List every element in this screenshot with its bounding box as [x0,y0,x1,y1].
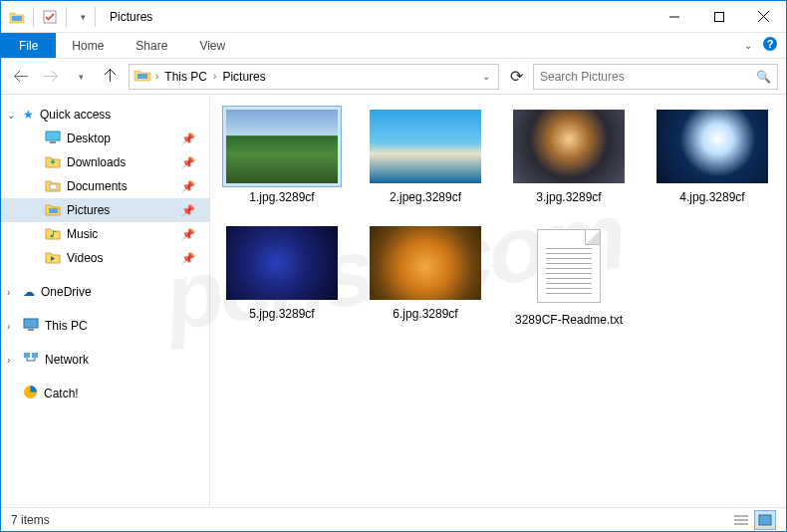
svg-rect-9 [46,132,60,140]
nav-quick-access[interactable]: ⌄ ★ Quick access [1,103,209,127]
chevron-right-icon[interactable]: › [213,71,216,82]
status-bar: 7 items [1,507,786,531]
svg-rect-0 [12,16,22,21]
nav-label: Videos [67,251,103,265]
qat-dropdown-icon[interactable]: ▾ [73,7,93,27]
file-name: 5.jpg.3289cf [249,307,314,322]
nav-label: OneDrive [41,285,92,299]
onedrive-icon: ☁ [23,285,35,299]
nav-label: Pictures [67,203,110,217]
pictures-folder-icon [133,68,151,85]
chevron-right-icon[interactable]: › [7,321,10,332]
image-thumbnail [226,226,338,300]
svg-rect-14 [24,319,38,328]
image-thumbnail [370,226,481,300]
catch-icon [23,385,38,402]
tab-file[interactable]: File [1,33,56,58]
downloads-icon [45,154,61,171]
svg-rect-8 [137,74,147,79]
file-name: 6.jpg.3289cf [393,307,457,322]
close-button[interactable] [741,1,786,32]
tab-view[interactable]: View [183,33,241,58]
sidebar-item-music[interactable]: Music📌 [1,222,209,246]
file-item[interactable]: 1.jpg.3289cf [220,107,344,205]
body: ⌄ ★ Quick access Desktop📌Downloads📌Docum… [1,95,786,507]
nav-network[interactable]: › Network [1,348,209,372]
file-name: 3.jpg.3289cf [536,190,601,205]
tab-home[interactable]: Home [56,33,120,58]
nav-label: Downloads [67,155,126,169]
nav-label: Quick access [40,108,111,122]
search-icon[interactable]: 🔍 [756,70,771,84]
explorer-icon [7,7,27,27]
nav-onedrive[interactable]: › ☁ OneDrive [1,280,209,304]
nav-catch[interactable]: Catch! [1,382,209,405]
thispc-icon [23,318,39,335]
file-list[interactable]: 1.jpg.3289cf2.jpeg.3289cf3.jpg.3289cf4.j… [210,95,786,507]
chevron-right-icon[interactable]: › [155,71,158,82]
sidebar-item-downloads[interactable]: Downloads📌 [1,150,209,174]
file-item[interactable]: 6.jpg.3289cf [364,223,487,328]
svg-rect-3 [714,12,723,21]
svg-text:?: ? [767,38,774,50]
breadcrumb-thispc[interactable]: This PC [162,70,209,84]
maximize-button[interactable] [696,1,741,32]
file-item[interactable]: 2.jpeg.3289cf [364,107,487,205]
nav-label: Music [67,227,98,241]
pin-icon: 📌 [181,204,195,217]
nav-label: Documents [67,179,128,193]
image-thumbnail [513,110,625,183]
navigation-pane: ⌄ ★ Quick access Desktop📌Downloads📌Docum… [1,95,210,507]
file-item[interactable]: 4.jpg.3289cf [651,107,774,205]
network-icon [23,352,39,369]
help-icon[interactable]: ? [762,36,778,56]
music-icon [45,226,61,243]
file-item[interactable]: 5.jpg.3289cf [220,223,344,328]
nav-label: Desktop [67,132,111,145]
svg-rect-22 [759,515,771,525]
file-name: 4.jpg.3289cf [679,190,744,205]
search-box[interactable]: 🔍 [533,64,778,90]
svg-rect-15 [28,329,34,331]
file-item[interactable]: 3.jpg.3289cf [507,107,631,205]
address-bar-row: 🡠 🡢 ▾ 🡡 › This PC › Pictures ⌄ ⟳ 🔍 [1,59,786,95]
details-view-button[interactable] [730,510,752,530]
breadcrumb-pictures[interactable]: Pictures [220,70,267,84]
sidebar-item-desktop[interactable]: Desktop📌 [1,127,209,150]
nav-thispc[interactable]: › This PC [1,314,209,338]
nav-label: Network [45,353,89,367]
chevron-right-icon[interactable]: › [7,287,10,298]
up-button[interactable]: 🡡 [99,65,123,89]
svg-rect-10 [50,141,56,143]
image-thumbnail [226,110,338,183]
nav-label: This PC [45,319,88,333]
search-input[interactable] [540,70,756,84]
window-title: Pictures [110,10,152,24]
qat-properties-icon[interactable] [40,7,60,27]
ribbon-expand-icon[interactable]: ⌄ [744,40,752,51]
documents-icon [45,178,61,195]
file-item[interactable]: 3289CF-Readme.txt [507,223,631,328]
pin-icon: 📌 [181,228,195,241]
sidebar-item-documents[interactable]: Documents📌 [1,174,209,198]
sidebar-item-pictures[interactable]: Pictures📌 [1,198,209,222]
thumbnails-view-button[interactable] [754,510,776,530]
address-dropdown-icon[interactable]: ⌄ [478,71,494,82]
chevron-down-icon[interactable]: ⌄ [7,110,15,121]
sidebar-item-videos[interactable]: Videos📌 [1,246,209,270]
titlebar: ▾ Pictures [1,1,786,33]
minimize-button[interactable] [652,1,696,32]
text-file-icon [537,229,601,303]
chevron-right-icon[interactable]: › [7,355,10,366]
pin-icon: 📌 [181,252,195,265]
refresh-button[interactable]: ⟳ [505,66,527,88]
explorer-window: pcrisk.com ▾ Pictures File Home Share Vi… [0,0,787,532]
address-bar[interactable]: › This PC › Pictures ⌄ [129,64,499,90]
pictures-icon [45,202,61,219]
back-button[interactable]: 🡠 [9,65,33,89]
status-text: 7 items [11,513,50,527]
forward-button[interactable]: 🡢 [39,65,63,89]
recent-dropdown[interactable]: ▾ [69,65,93,89]
tab-share[interactable]: Share [120,33,183,58]
image-thumbnail [656,110,768,183]
